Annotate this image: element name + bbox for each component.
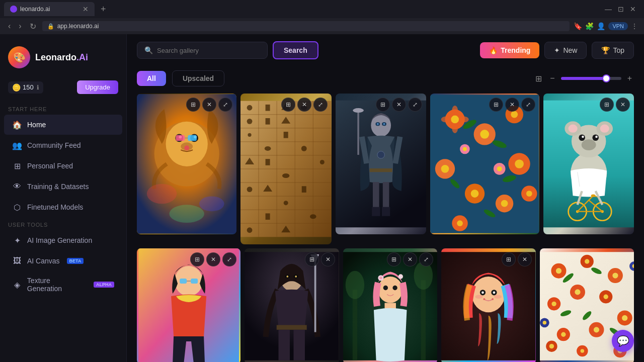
extensions-btn[interactable]: 🧩 — [585, 22, 594, 30]
item-action-grid-war[interactable]: ⊞ — [376, 98, 390, 112]
personal-icon: ⊞ — [12, 161, 22, 171]
gallery-item-hieroglyphs[interactable]: ⊞ ✕ ⤢ — [240, 94, 331, 244]
trending-label: Trending — [501, 46, 530, 54]
gallery-item-koala[interactable]: ⊞ ✕ — [543, 94, 634, 234]
item-action-edit-hier[interactable]: ✕ — [297, 98, 311, 112]
trending-icon: 🔥 — [489, 46, 498, 54]
forward-btn[interactable]: › — [17, 21, 23, 32]
gallery-item-colorful-girl[interactable]: ⊞ ✕ — [441, 248, 535, 362]
maximize-btn[interactable]: ⊡ — [618, 5, 624, 13]
item-action-grid-hier[interactable]: ⊞ — [281, 98, 295, 112]
item-overlay-anime: ⊞ ✕ ⤢ — [137, 248, 240, 270]
zoom-thumb — [602, 74, 610, 82]
item-action-edit-anime[interactable]: ✕ — [206, 252, 220, 266]
sidebar-item-home[interactable]: 🏠 Home — [4, 115, 122, 135]
item-action-grid-flow[interactable]: ⊞ — [489, 98, 503, 112]
svg-point-158 — [555, 268, 561, 274]
item-action-expand-flow[interactable]: ⤢ — [521, 98, 535, 112]
item-action-grid-col[interactable]: ⊞ — [502, 252, 516, 266]
credits-amount: 150 — [23, 83, 34, 91]
logo-avatar: 🎨 — [8, 46, 30, 68]
back-btn[interactable]: ‹ — [6, 21, 13, 32]
top-button[interactable]: 🏆 Top — [592, 42, 634, 59]
search-input[interactable] — [157, 47, 260, 54]
gallery-item-lion[interactable]: ⊞ ✕ ⤢ — [137, 94, 236, 234]
gallery-item-pink-girl[interactable]: ⊞ ✕ ⤢ — [343, 248, 437, 362]
item-action-grid-dwar[interactable]: ⊞ — [305, 252, 319, 266]
svg-rect-42 — [302, 186, 306, 193]
item-action-grid-koala[interactable]: ⊞ — [600, 98, 614, 112]
item-action-edit-lion[interactable]: ✕ — [202, 98, 216, 112]
logo-emoji: 🎨 — [13, 51, 26, 63]
sidebar-item-personal[interactable]: ⊞ Personal Feed — [4, 156, 122, 176]
svg-rect-127 — [279, 330, 290, 360]
security-icon: 🔒 — [47, 23, 54, 30]
active-tab[interactable]: leonardo.ai ✕ — [4, 2, 95, 16]
sidebar-item-community[interactable]: 👥 Community Feed — [4, 135, 122, 155]
community-label: Community Feed — [27, 141, 81, 149]
item-action-edit-war[interactable]: ✕ — [392, 98, 406, 112]
upgrade-button[interactable]: Upgrade — [77, 80, 118, 94]
sidebar-item-texture[interactable]: ◈ Texture Generation ALPHA — [4, 272, 122, 298]
item-action-edit-koala[interactable]: ✕ — [616, 98, 630, 112]
sidebar-item-training[interactable]: 👁 Training & Datasets — [4, 176, 122, 197]
sidebar-item-finetuned[interactable]: ⬡ Finetuned Models — [4, 197, 122, 217]
trending-button[interactable]: 🔥 Trending — [480, 42, 539, 58]
new-tab-btn[interactable]: + — [97, 2, 110, 17]
item-overlay-hieroglyphs: ⊞ ✕ ⤢ — [240, 94, 331, 116]
new-button[interactable]: ✦ New — [544, 42, 587, 59]
item-action-expand-pink[interactable]: ⤢ — [419, 252, 433, 266]
zoom-plus-btn[interactable]: + — [625, 72, 634, 85]
svg-point-151 — [493, 291, 496, 294]
svg-rect-10 — [188, 135, 197, 141]
zoom-minus-btn[interactable]: − — [548, 72, 556, 85]
item-action-edit-dwar[interactable]: ✕ — [321, 252, 335, 266]
bookmark-btn[interactable]: 🔖 — [574, 22, 582, 30]
item-action-edit-col[interactable]: ✕ — [518, 252, 532, 266]
search-button[interactable]: Search — [273, 41, 318, 59]
svg-point-37 — [301, 146, 307, 151]
finetuned-icon: ⬡ — [12, 202, 22, 212]
upscaled-filter-btn[interactable]: Upscaled — [172, 70, 224, 86]
item-action-edit-flow[interactable]: ✕ — [505, 98, 519, 112]
item-action-expand-anime[interactable]: ⤢ — [222, 252, 236, 266]
svg-point-94 — [459, 117, 469, 123]
logo-text: Leonardo.Ai — [35, 52, 88, 63]
user-tools-label: User Tools — [0, 218, 126, 230]
sidebar-item-ai-canvas[interactable]: 🖼 AI Canvas BETA — [4, 251, 122, 271]
svg-point-43 — [284, 201, 288, 205]
item-action-grid-anime[interactable]: ⊞ — [190, 252, 204, 266]
svg-point-132 — [295, 276, 297, 278]
item-action-expand-war[interactable]: ⤢ — [408, 98, 422, 112]
gallery-item-flowers[interactable]: ⊞ ✕ ⤢ — [430, 94, 539, 234]
svg-rect-38 — [266, 159, 270, 165]
gallery-item-anime-girl[interactable]: ⊞ ✕ ⤢ — [137, 248, 240, 362]
svg-rect-144 — [421, 280, 425, 360]
item-action-edit-pink[interactable]: ✕ — [403, 252, 417, 266]
svg-point-154 — [475, 295, 483, 299]
gallery-item-warrior[interactable]: ⊞ ✕ ⤢ — [336, 94, 426, 234]
profile-btn[interactable]: 👤 — [597, 22, 605, 30]
chat-button[interactable]: 💬 — [612, 330, 634, 352]
reload-btn[interactable]: ↻ — [28, 21, 38, 32]
svg-rect-35 — [284, 132, 288, 138]
grid-view-btn[interactable]: ⊞ — [533, 72, 544, 85]
sidebar: 🎨 Leonardo.Ai 🪙 150 ℹ Upgrade Start Here… — [0, 34, 127, 362]
tab-close-btn[interactable]: ✕ — [83, 5, 89, 13]
svg-point-105 — [582, 136, 584, 138]
minimize-btn[interactable]: — — [605, 5, 612, 13]
close-btn[interactable]: ✕ — [630, 5, 636, 13]
item-action-grid-lion[interactable]: ⊞ — [186, 98, 200, 112]
all-filter-btn[interactable]: All — [137, 71, 166, 86]
address-bar[interactable]: 🔒 app.leonardo.ai — [42, 21, 570, 31]
gallery-item-dark-warrior[interactable]: ⊞ ✕ — [245, 248, 339, 362]
svg-point-61 — [377, 123, 379, 125]
zoom-slider[interactable] — [561, 77, 621, 80]
tab-favicon — [10, 6, 17, 13]
item-action-grid-pink[interactable]: ⊞ — [387, 252, 401, 266]
menu-btn[interactable]: ⋮ — [631, 22, 638, 30]
svg-point-13 — [199, 196, 224, 211]
item-action-expand-lion[interactable]: ⤢ — [218, 98, 232, 112]
sidebar-item-ai-image[interactable]: ✦ AI Image Generation — [4, 230, 122, 250]
item-action-expand-hier[interactable]: ⤢ — [313, 98, 328, 112]
